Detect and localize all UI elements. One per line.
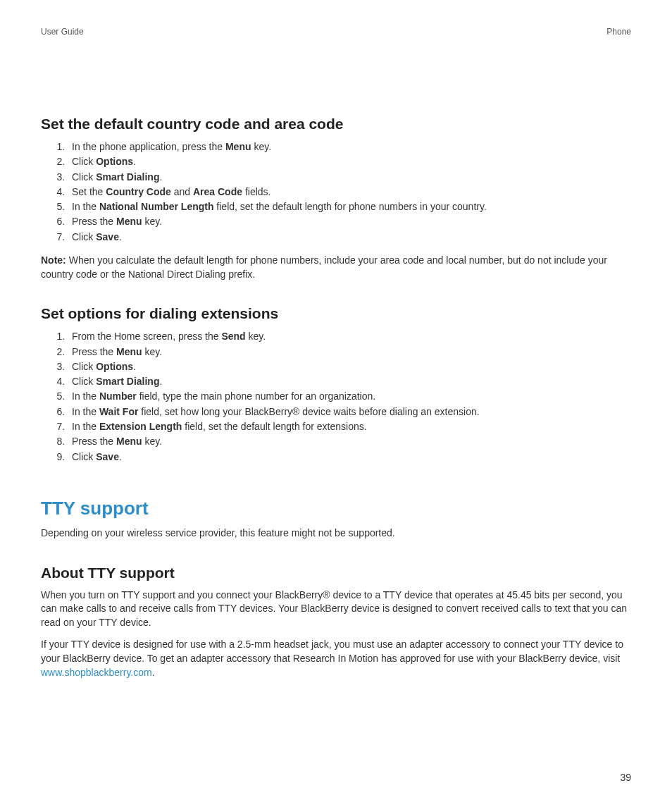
heading-extensions: Set options for dialing extensions [41, 305, 631, 322]
list-item: Press the Menu key. [68, 345, 631, 359]
steps-extensions: From the Home screen, press the Send key… [41, 329, 631, 464]
list-item: In the Wait For field, set how long your… [68, 405, 631, 419]
heading-tty-support: TTY support [41, 498, 631, 519]
list-item: Press the Menu key. [68, 214, 631, 228]
list-item: Click Save. [68, 450, 631, 464]
section-extensions: Set options for dialing extensions From … [41, 305, 631, 464]
page-number: 39 [620, 772, 631, 783]
section-country-code: Set the default country code and area co… [41, 116, 631, 281]
list-item: Press the Menu key. [68, 434, 631, 448]
list-item: From the Home screen, press the Send key… [68, 329, 631, 343]
list-item: Click Options. [68, 154, 631, 168]
list-item: Click Options. [68, 359, 631, 374]
section-about-tty: About TTY support When you turn on TTY s… [41, 565, 631, 680]
note-text: Note: When you calculate the default len… [41, 254, 631, 281]
heading-about-tty: About TTY support [41, 565, 631, 581]
list-item: In the Number field, type the main phone… [68, 389, 631, 403]
list-item: In the phone application, press the Menu… [68, 140, 631, 154]
about-tty-p1: When you turn on TTY support and you con… [41, 589, 631, 630]
header-right: Phone [606, 27, 631, 37]
shopblackberry-link[interactable]: www.shopblackberry.com [41, 667, 152, 678]
steps-country-code: In the phone application, press the Menu… [41, 140, 631, 244]
list-item: Click Smart Dialing. [68, 374, 631, 388]
list-item: Click Save. [68, 230, 631, 244]
list-item: In the National Number Length field, set… [68, 199, 631, 214]
page-header: User Guide Phone [41, 27, 631, 37]
list-item: Click Smart Dialing. [68, 170, 631, 184]
heading-country-code: Set the default country code and area co… [41, 116, 631, 133]
about-tty-p2: If your TTY device is designed for use w… [41, 638, 631, 679]
list-item: Set the Country Code and Area Code field… [68, 185, 631, 199]
tty-intro: Depending on your wireless service provi… [41, 526, 631, 541]
header-left: User Guide [41, 27, 84, 37]
list-item: In the Extension Length field, set the d… [68, 419, 631, 433]
